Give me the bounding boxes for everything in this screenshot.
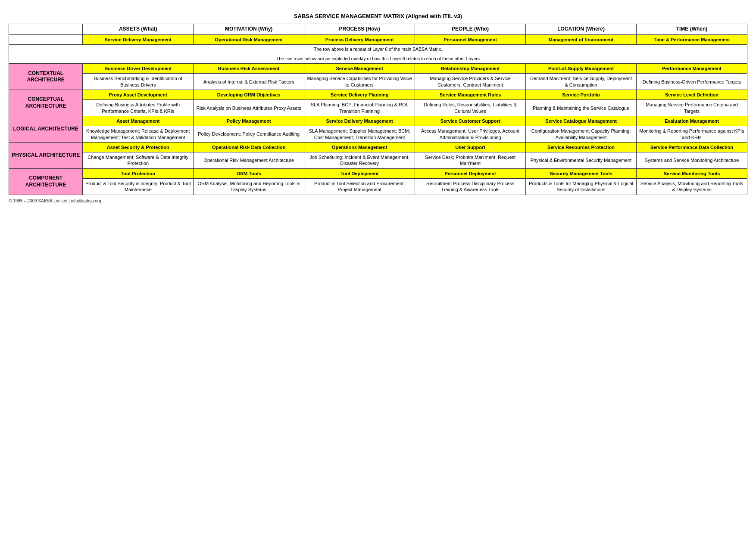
component-y-assets: Tool Protection	[83, 168, 194, 178]
layer6-label	[9, 34, 83, 44]
physical-y-assets: Asset Security & Protection	[83, 142, 194, 152]
conceptual-white-row: Defining Business Attributes Profile wit…	[9, 100, 747, 116]
contextual-y-motivation: Business Risk Assessment	[194, 64, 304, 74]
contextual-y-assets: Business Driver Development	[83, 64, 194, 74]
header-col0	[9, 24, 83, 35]
layer6-time: Time & Performance Management	[636, 34, 747, 44]
contextual-y-location: Point-of-Supply Management	[526, 64, 637, 74]
header-people: PEOPLE (Who)	[415, 24, 526, 35]
conceptual-label: CONCEPTUAL ARCHITECTURE	[9, 90, 83, 116]
header-assets: ASSETS (What)	[83, 24, 194, 35]
logical-y-time: Evaluation Management	[636, 116, 747, 126]
conceptual-w-motivation: Risk Analysis on Business Attributes Pro…	[194, 100, 304, 116]
component-w-process: Product & Tool Selection and Procurement…	[304, 179, 415, 195]
logical-w-time: Monitoring & Reporting Performance again…	[636, 126, 747, 143]
logical-y-assets: Asset Management	[83, 116, 194, 126]
component-white-row: Product & Tool Security & Integrity; Pro…	[9, 179, 747, 195]
layer6-people: Personnel Management	[415, 34, 526, 44]
note1-text: The row above is a repeat of Layer 6 of …	[9, 44, 747, 54]
conceptual-y-location: Service Portfolio	[526, 90, 637, 100]
component-y-process: Tool Deployment	[304, 168, 415, 178]
component-w-location: Products & Tools for Managing Physical &…	[526, 179, 637, 195]
footer: © 1995 – 2009 SABSA Limited | info@sabsa…	[9, 199, 747, 203]
component-yellow-row: COMPONENT ARCHITECTURE Tool Protection O…	[9, 168, 747, 178]
header-location: LOCATION (Where)	[526, 24, 637, 35]
physical-y-process: Operations Management	[304, 142, 415, 152]
physical-w-location: Physical & Environmental Security Manage…	[526, 152, 637, 169]
physical-w-people: Service Desk; Problem Man'ment; Request …	[415, 152, 526, 169]
header-row: ASSETS (What) MOTIVATION (Why) PROCESS (…	[9, 24, 747, 35]
component-y-motivation: ORM Tools	[194, 168, 304, 178]
physical-w-assets: Change Management; Software & Data Integ…	[83, 152, 194, 169]
physical-w-process: Job Scheduling; Incident & Event Managem…	[304, 152, 415, 169]
layer6-location: Management of Environment	[526, 34, 637, 44]
contextual-w-process: Managing Service Capabilities for Provid…	[304, 74, 415, 90]
contextual-w-location: Demand Man'ment; Service Supply, Deploym…	[526, 74, 637, 90]
component-w-assets: Product & Tool Security & Integrity; Pro…	[83, 179, 194, 195]
note-row-2: The five rows below are an exploded over…	[9, 54, 747, 64]
physical-yellow-row: PHYSICAL ARCHITECTURE Asset Security & P…	[9, 142, 747, 152]
conceptual-y-time: Service Level Definition	[636, 90, 747, 100]
logical-white-row: Knowledge Management; Release & Deployme…	[9, 126, 747, 143]
physical-label: PHYSICAL ARCHITECTURE	[9, 142, 83, 168]
conceptual-w-people: Defining Roles, Responsibilities, Liabil…	[415, 100, 526, 116]
header-time: TIME (When)	[636, 24, 747, 35]
contextual-w-assets: Business Benchmarking & Identification o…	[83, 74, 194, 90]
conceptual-y-assets: Proxy Asset Development	[83, 90, 194, 100]
physical-y-people: User Support	[415, 142, 526, 152]
contextual-y-process: Service Management	[304, 64, 415, 74]
logical-label: LOGICAL ARCHITECTURE	[9, 116, 83, 142]
note-row-1: The row above is a repeat of Layer 6 of …	[9, 44, 747, 54]
conceptual-w-assets: Defining Business Attributes Profile wit…	[83, 100, 194, 116]
component-y-time: Service Monitoring Tools	[636, 168, 747, 178]
layer6-row: Service Delivery Management Operational …	[9, 34, 747, 44]
component-label: COMPONENT ARCHITECTURE	[9, 168, 83, 195]
contextual-label: CONTEXTUAL ARCHITECURE	[9, 64, 83, 90]
conceptual-w-time: Managing Service Performance Criteria an…	[636, 100, 747, 116]
physical-white-row: Change Management; Software & Data Integ…	[9, 152, 747, 169]
logical-w-people: Access Management; User Privileges, Acco…	[415, 126, 526, 143]
layer6-assets: Service Delivery Management	[83, 34, 194, 44]
conceptual-y-people: Service Management Roles	[415, 90, 526, 100]
conceptual-y-motivation: Developing ORM Objectives	[194, 90, 304, 100]
logical-yellow-row: LOGICAL ARCHITECTURE Asset Management Po…	[9, 116, 747, 126]
physical-y-location: Service Resources Protection	[526, 142, 637, 152]
logical-y-location: Service Catalogue Management	[526, 116, 637, 126]
logical-y-people: Service Customer Support	[415, 116, 526, 126]
component-y-location: Security Management Tools	[526, 168, 637, 178]
contextual-w-motivation: Analysis of Internal & External Risk Fac…	[194, 74, 304, 90]
component-w-time: Service Analysis, Monitoring and Reporti…	[636, 179, 747, 195]
header-process: PROCESS (How)	[304, 24, 415, 35]
conceptual-w-process: SLA Planning; BCP; Financial Planning & …	[304, 100, 415, 116]
logical-w-location: Configuration Management; Capacity Plann…	[526, 126, 637, 143]
physical-y-time: Service Performance Data Collection	[636, 142, 747, 152]
conceptual-w-location: Planning & Maintaining the Service Catal…	[526, 100, 637, 116]
component-w-motivation: ORM Analysis, Monitoring and Reporting T…	[194, 179, 304, 195]
conceptual-y-process: Service Delivery Planning	[304, 90, 415, 100]
logical-w-assets: Knowledge Management; Release & Deployme…	[83, 126, 194, 143]
contextual-yellow-row: CONTEXTUAL ARCHITECURE Business Driver D…	[9, 64, 747, 74]
logical-w-process: SLA Management; Supplier Management; BCM…	[304, 126, 415, 143]
layer6-motivation: Operational Risk Management	[194, 34, 304, 44]
header-motivation: MOTIVATION (Why)	[194, 24, 304, 35]
component-y-people: Personnel Deployment	[415, 168, 526, 178]
page-title: SABSA SERVICE MANAGEMENT MATRIX (Aligned…	[9, 13, 747, 19]
component-w-people: Recruitment Process Disciplinary Process…	[415, 179, 526, 195]
conceptual-yellow-row: CONCEPTUAL ARCHITECTURE Proxy Asset Deve…	[9, 90, 747, 100]
contextual-w-people: Managing Service Providers & Service Cus…	[415, 74, 526, 90]
logical-w-motivation: Policy Development; Policy Compliance Au…	[194, 126, 304, 143]
contextual-w-time: Defining Business-Driven Performance Tar…	[636, 74, 747, 90]
physical-w-time: Systems and Service Monitoring Architect…	[636, 152, 747, 169]
logical-y-process: Service Delivery Management	[304, 116, 415, 126]
contextual-y-time: Performance Management	[636, 64, 747, 74]
physical-w-motivation: Operational Risk Management Architecture	[194, 152, 304, 169]
logical-y-motivation: Policy Management	[194, 116, 304, 126]
layer6-process: Process Delivery Management	[304, 34, 415, 44]
contextual-y-people: Relationship Management	[415, 64, 526, 74]
contextual-white-row: Business Benchmarking & Identification o…	[9, 74, 747, 90]
physical-y-motivation: Operational Risk Data Collection	[194, 142, 304, 152]
note2-text: The five rows below are an exploded over…	[9, 54, 747, 64]
